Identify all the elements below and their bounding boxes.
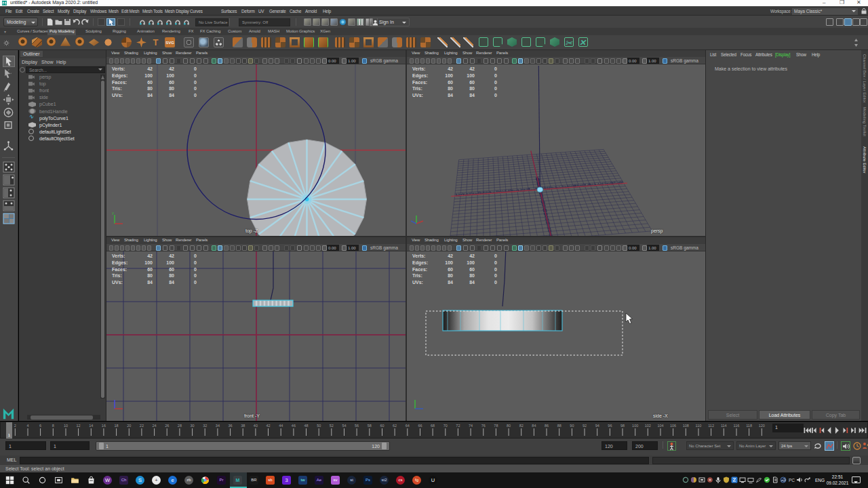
svg-text:10: 10 xyxy=(64,424,68,428)
svg-text:88: 88 xyxy=(557,424,561,428)
svg-text:40: 40 xyxy=(254,424,258,428)
svg-text:66: 66 xyxy=(418,424,422,428)
svg-text:58: 58 xyxy=(368,424,372,428)
svg-text:12: 12 xyxy=(77,424,81,428)
svg-text:62: 62 xyxy=(393,424,397,428)
svg-text:90: 90 xyxy=(570,424,574,428)
svg-text:48: 48 xyxy=(304,424,308,428)
svg-text:32: 32 xyxy=(203,424,207,428)
svg-text:PC: PC xyxy=(789,478,795,483)
svg-text:92: 92 xyxy=(583,424,587,428)
svg-text:42: 42 xyxy=(266,424,270,428)
svg-text:20: 20 xyxy=(127,424,131,428)
svg-text:102: 102 xyxy=(645,424,651,428)
svg-text:y: y xyxy=(112,211,114,215)
svg-text:34: 34 xyxy=(216,424,220,428)
svg-text:114: 114 xyxy=(721,424,727,428)
svg-text:68: 68 xyxy=(431,424,435,428)
svg-text:76: 76 xyxy=(481,424,486,428)
svg-text:110: 110 xyxy=(696,424,702,428)
svg-text:8: 8 xyxy=(52,424,54,428)
svg-text:18: 18 xyxy=(115,424,119,428)
svg-text:6: 6 xyxy=(39,424,41,428)
svg-text:30: 30 xyxy=(191,424,195,428)
svg-text:52: 52 xyxy=(330,424,334,428)
svg-text:36: 36 xyxy=(229,424,233,428)
svg-text:112: 112 xyxy=(708,424,714,428)
svg-text:78: 78 xyxy=(494,424,498,428)
svg-text:70: 70 xyxy=(443,424,448,428)
svg-text:82: 82 xyxy=(519,424,524,428)
svg-text:54: 54 xyxy=(342,424,346,428)
svg-text:80: 80 xyxy=(507,424,511,428)
svg-text:94: 94 xyxy=(595,424,599,428)
svg-text:96: 96 xyxy=(608,424,612,428)
svg-text:16: 16 xyxy=(102,424,106,428)
svg-text:104: 104 xyxy=(657,424,663,428)
svg-text:98: 98 xyxy=(620,424,625,428)
svg-text:72: 72 xyxy=(456,424,460,428)
svg-text:118: 118 xyxy=(746,424,752,428)
svg-text:4: 4 xyxy=(26,424,28,428)
svg-text:86: 86 xyxy=(545,424,549,428)
svg-text:44: 44 xyxy=(279,424,283,428)
svg-text:64: 64 xyxy=(406,424,410,428)
svg-text:108: 108 xyxy=(683,424,689,428)
svg-text:120: 120 xyxy=(759,424,765,428)
svg-text:60: 60 xyxy=(380,424,384,428)
svg-text:116: 116 xyxy=(734,424,740,428)
svg-text:106: 106 xyxy=(670,424,676,428)
svg-text:100: 100 xyxy=(632,424,638,428)
svg-text:38: 38 xyxy=(241,424,245,428)
svg-text:14: 14 xyxy=(89,424,93,428)
svg-text:56: 56 xyxy=(355,424,359,428)
svg-text:24: 24 xyxy=(153,424,157,428)
svg-text:2: 2 xyxy=(14,424,16,428)
svg-text:46: 46 xyxy=(292,424,296,428)
svg-text:74: 74 xyxy=(469,424,473,428)
svg-text:26: 26 xyxy=(165,424,169,428)
svg-text:22: 22 xyxy=(140,424,144,428)
svg-text:50: 50 xyxy=(317,424,321,428)
svg-text:28: 28 xyxy=(178,424,182,428)
svg-text:84: 84 xyxy=(532,424,536,428)
